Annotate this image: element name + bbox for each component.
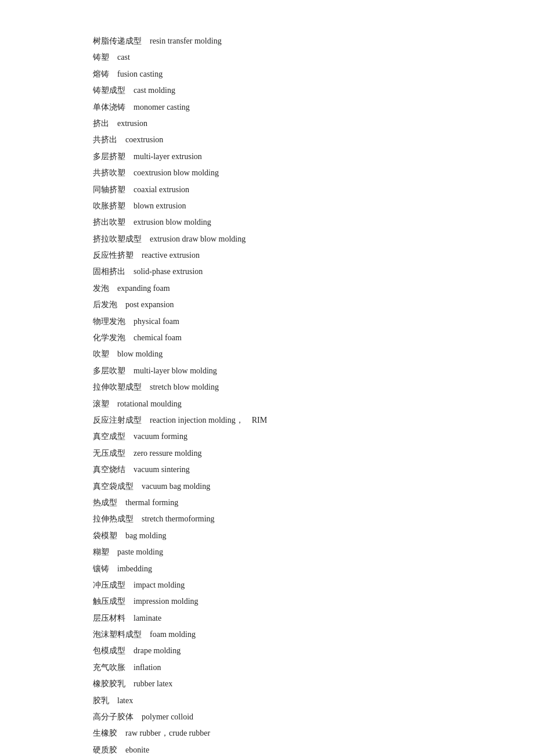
list-item: 铸塑成型 cast molding	[93, 84, 441, 97]
list-item: 高分子胶体 polymer colloid	[93, 711, 441, 723]
list-item: 冲压成型 impact molding	[93, 579, 441, 592]
list-item: 固相挤出 solid-phase extrusion	[93, 265, 441, 278]
list-item: 物理发泡 physical foam	[93, 315, 441, 328]
list-item: 热成型 thermal forming	[93, 496, 441, 509]
list-item: 拉伸热成型 stretch thermoforming	[93, 513, 441, 525]
list-item: 后发泡 post expansion	[93, 298, 441, 311]
list-item: 硬质胶 ebonite	[93, 744, 441, 756]
list-item: 化学发泡 chemical foam	[93, 332, 441, 344]
list-item: 发泡 expanding foam	[93, 282, 441, 295]
list-item: 共挤吹塑 coextrusion blow molding	[93, 167, 441, 179]
list-item: 树脂传递成型 resin transfer molding	[93, 35, 441, 48]
list-item: 包模成型 drape molding	[93, 645, 441, 657]
list-item: 同轴挤塑 coaxial extrusion	[93, 183, 441, 196]
list-item: 反应性挤塑 reactive extrusion	[93, 249, 441, 262]
list-item: 滚塑 rotational moulding	[93, 398, 441, 411]
list-item: 真空烧结 vacuum sintering	[93, 463, 441, 476]
term-list: 树脂传递成型 resin transfer molding铸塑 cast熔铸 f…	[93, 35, 441, 756]
list-item: 镶铸 imbedding	[93, 563, 441, 575]
list-item: 挤拉吹塑成型 extrusion draw blow molding	[93, 233, 441, 246]
list-item: 吹胀挤塑 blown extrusion	[93, 200, 441, 213]
list-item: 层压材料 laminate	[93, 612, 441, 625]
list-item: 挤出 extrusion	[93, 117, 441, 130]
list-item: 真空袋成型 vacuum bag molding	[93, 480, 441, 493]
list-item: 触压成型 impression molding	[93, 595, 441, 608]
list-item: 吹塑 blow molding	[93, 348, 441, 361]
list-item: 真空成型 vacuum forming	[93, 430, 441, 443]
list-item: 胶乳 latex	[93, 694, 441, 707]
list-item: 充气吹胀 inflation	[93, 661, 441, 674]
list-item: 共挤出 coextrusion	[93, 134, 441, 146]
list-item: 铸塑 cast	[93, 51, 441, 64]
list-item: 多层挤塑 multi-layer extrusion	[93, 150, 441, 163]
list-item: 挤出吹塑 extrusion blow molding	[93, 216, 441, 229]
list-item: 袋模塑 bag molding	[93, 530, 441, 542]
list-item: 泡沫塑料成型 foam molding	[93, 628, 441, 641]
list-item: 反应注射成型 reaction injection molding， RIM	[93, 414, 441, 427]
list-item: 生橡胶 raw rubber，crude rubber	[93, 727, 441, 740]
list-item: 拉伸吹塑成型 stretch blow molding	[93, 381, 441, 394]
list-item: 单体浇铸 monomer casting	[93, 101, 441, 114]
list-item: 无压成型 zero ressure molding	[93, 447, 441, 460]
list-item: 熔铸 fusion casting	[93, 68, 441, 81]
list-item: 橡胶胶乳 rubber latex	[93, 678, 441, 690]
list-item: 糊塑 paste molding	[93, 546, 441, 559]
list-item: 多层吹塑 multi-layer blow molding	[93, 365, 441, 377]
